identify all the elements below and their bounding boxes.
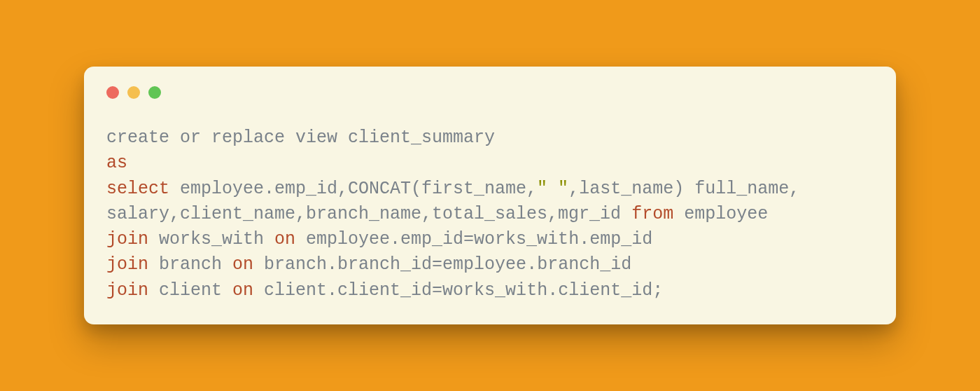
code-text: employee.emp_id=works_with.emp_id <box>295 229 652 249</box>
keyword-join: join <box>106 280 148 301</box>
keyword-select: select <box>106 179 169 199</box>
stage: create or replace view client_summary as… <box>0 0 980 391</box>
code-text: client <box>148 280 232 301</box>
code-text: branch <box>148 254 232 275</box>
minimize-icon[interactable] <box>127 86 140 99</box>
keyword-on: on <box>232 254 253 275</box>
string-literal: " " <box>537 179 568 199</box>
keyword-join: join <box>106 229 148 249</box>
code-text: employee <box>673 204 768 224</box>
keyword-join: join <box>106 254 148 275</box>
window-controls <box>106 86 874 99</box>
code-window: create or replace view client_summary as… <box>84 67 896 324</box>
maximize-icon[interactable] <box>148 86 161 99</box>
keyword-on: on <box>274 229 295 249</box>
keyword-on: on <box>232 280 253 301</box>
code-text: ,last_name) full_name, <box>568 179 799 199</box>
code-text: branch.branch_id=employee.branch_id <box>253 254 631 275</box>
code-text: works_with <box>148 229 274 249</box>
code-text: create or replace view client_summary <box>106 128 495 148</box>
keyword-as: as <box>106 153 127 173</box>
code-block: create or replace view client_summary as… <box>106 125 874 303</box>
code-text: client.client_id=works_with.client_id; <box>253 280 663 301</box>
code-text: employee.emp_id,CONCAT(first_name, <box>169 179 537 199</box>
close-icon[interactable] <box>106 86 119 99</box>
keyword-from: from <box>631 204 673 224</box>
code-text: salary,client_name,branch_name,total_sal… <box>106 204 631 224</box>
